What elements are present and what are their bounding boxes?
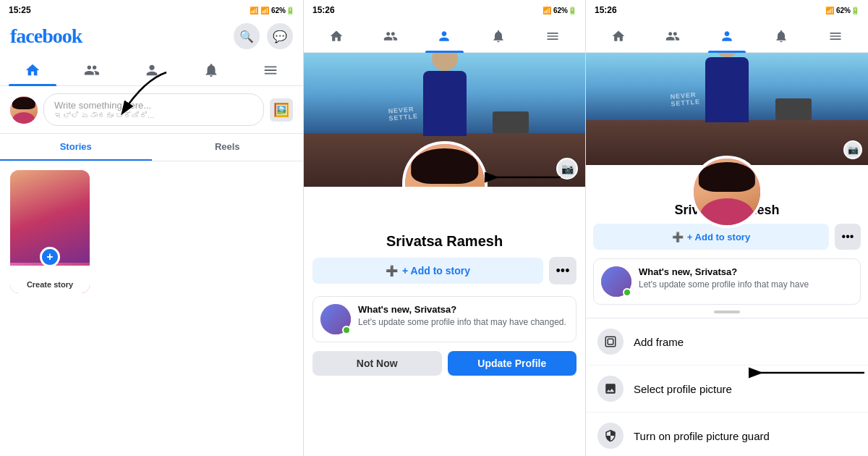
add-frame-icon (597, 329, 624, 355)
p3-update-title: What's new, Srivatsa? (639, 266, 853, 277)
p3-nav-bell[interactable] (754, 20, 808, 52)
p3-nav (586, 20, 868, 53)
profile-name-2: Srivatsa Ramesh (304, 187, 585, 257)
guard-label: Turn on profile picture guard (634, 430, 770, 442)
svg-rect-1 (608, 339, 613, 345)
add-frame-label: Add frame (634, 336, 684, 348)
tab-stories[interactable]: Stories (0, 134, 152, 161)
panel-1: 15:25 📶 📶 62%🔋 facebook 🔍 💬 (0, 0, 304, 456)
p3-plus-icon: ➕ (672, 232, 684, 242)
menu-select-profile-pic[interactable]: Select profile picture (586, 366, 868, 413)
p1-header: facebook 🔍 💬 (0, 20, 303, 55)
not-now-btn[interactable]: Not Now (312, 351, 442, 376)
post-compose: Write something here... ಇಲ್ಲಿ ಏನಾದರೂ ಬರೆ… (0, 86, 303, 134)
p3-nav-profile[interactable] (700, 20, 754, 52)
select-pic-label: Select profile picture (634, 383, 732, 395)
add-to-story-btn-2[interactable]: ➕ + Add to story (312, 258, 543, 284)
profile-pic-2[interactable] (402, 141, 488, 187)
panel-3: 15:26 📶 62%🔋 NE (586, 0, 868, 456)
compose-subtext: ಇಲ್ಲಿ ಏನಾದರೂ ಬರೆಯಿರಿ... (54, 111, 253, 119)
signal-icon-3: 📶 (825, 7, 834, 14)
p3-profile-pic[interactable] (691, 156, 763, 228)
nav-profile[interactable] (122, 55, 181, 85)
p2-nav-friends[interactable] (364, 20, 418, 52)
p3-profile-section: NEVERSETTLE 📷 📷 (586, 53, 868, 165)
time-1: 15:25 (9, 5, 31, 15)
p3-cover: NEVERSETTLE 📷 (586, 53, 868, 165)
nav-bar-1 (0, 55, 303, 86)
drag-handle (586, 306, 868, 315)
p3-update-avatar (601, 266, 631, 297)
create-story-card[interactable]: + Create story (10, 170, 90, 293)
p3-action-row: ➕ + Add to story ••• (586, 224, 868, 257)
tab-reels[interactable]: Reels (152, 134, 304, 161)
messenger-button[interactable]: 💬 (267, 23, 293, 49)
update-title-2: What's new, Srivatsa? (358, 304, 569, 315)
tabs-bar: Stories Reels (0, 134, 303, 161)
signal-icon-2: 📶 (542, 7, 551, 14)
p3-nav-friends[interactable] (646, 20, 700, 52)
cover-camera-badge[interactable]: 📷 (556, 158, 578, 180)
action-row-2: ➕ + Add to story ••• (304, 257, 585, 293)
menu-profile-guard[interactable]: Turn on profile picture guard (586, 413, 868, 456)
menu-add-frame[interactable]: Add frame (586, 318, 868, 366)
nav-notifications[interactable] (182, 55, 241, 85)
status-bar-1: 15:25 📶 📶 62%🔋 (0, 0, 303, 20)
compose-placeholder: Write something here... (54, 100, 253, 111)
p3-update-card: What's new, Srivatsa? Let's update some … (593, 258, 861, 305)
cover-photo-2: NEVERSETTLE 📷 📷 (304, 53, 585, 187)
nav-menu[interactable] (241, 55, 300, 85)
bottom-sheet-menu: Add frame Select profile picture Turn on… (586, 318, 868, 456)
p3-nav-menu[interactable] (808, 20, 862, 52)
battery-text-3: 62%🔋 (836, 7, 859, 14)
update-card-2: What's new, Srivatsa? Let's update some … (312, 296, 576, 342)
search-button[interactable]: 🔍 (234, 23, 260, 49)
story-card-bottom: Create story (10, 266, 90, 293)
p3-nav-home[interactable] (592, 20, 646, 52)
time-2: 15:26 (312, 5, 335, 15)
guard-icon (597, 423, 624, 449)
stories-row: + Create story (0, 161, 303, 302)
p3-online-dot (623, 288, 631, 297)
status-bar-3: 15:26 📶 62%🔋 (586, 0, 868, 20)
add-story-icon[interactable]: + (40, 247, 60, 267)
wifi-icon: 📶 (260, 7, 269, 14)
update-profile-btn[interactable]: Update Profile (448, 351, 577, 376)
compose-input[interactable]: Write something here... ಇಲ್ಲಿ ಏನಾದರೂ ಬರೆ… (43, 93, 264, 126)
status-icons-1: 📶 📶 62%🔋 (250, 7, 294, 14)
update-desc-2: Let's update some profile info that may … (358, 317, 569, 329)
select-pic-icon (597, 376, 624, 402)
panel-2: 15:26 📶 62%🔋 NEVERSETTLE (304, 0, 586, 456)
p2-nav-profile[interactable] (417, 20, 472, 52)
update-buttons-2: Not Now Update Profile (304, 345, 585, 381)
status-icons-2: 📶 62%🔋 (542, 7, 576, 14)
status-bar-2: 15:26 📶 62%🔋 (304, 0, 585, 20)
p3-more-btn[interactable]: ••• (835, 224, 861, 250)
p2-nav (304, 20, 585, 53)
battery-text-2: 62%🔋 (553, 7, 576, 14)
signal-icon: 📶 (250, 7, 258, 14)
facebook-logo: facebook (10, 25, 82, 48)
p2-nav-bell[interactable] (472, 20, 526, 52)
nav-friends[interactable] (62, 55, 122, 85)
nav-home[interactable] (3, 55, 62, 85)
time-3: 15:26 (595, 5, 617, 15)
update-text-2: What's new, Srivatsa? Let's update some … (358, 304, 569, 329)
profile-pic-wrapper-2: 📷 (402, 141, 488, 187)
photo-add-button[interactable]: 🖼️ (270, 98, 293, 122)
more-btn-2[interactable]: ••• (549, 257, 576, 284)
p3-cover-camera[interactable]: 📷 (843, 140, 862, 159)
header-icons: 🔍 💬 (234, 23, 293, 49)
story-label: Create story (27, 280, 73, 289)
svg-rect-0 (605, 337, 616, 347)
user-avatar-compose[interactable] (10, 96, 38, 124)
drag-bar (714, 311, 740, 313)
p2-nav-menu[interactable] (525, 20, 579, 52)
p3-update-text: What's new, Srivatsa? Let's update some … (639, 266, 853, 291)
battery-text: 62%🔋 (271, 7, 294, 14)
plus-icon: ➕ (386, 265, 398, 276)
update-avatar-2 (320, 304, 351, 334)
online-dot (342, 326, 351, 334)
p3-add-story-btn[interactable]: ➕ + Add to story (593, 224, 829, 250)
p2-nav-home[interactable] (310, 20, 364, 52)
